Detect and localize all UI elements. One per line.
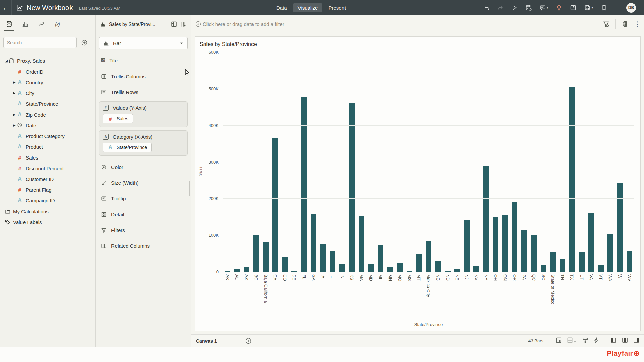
bar-nc[interactable]: [435, 261, 441, 272]
drop-target-values-y-axis[interactable]: #Values (Y-Axis)#Sales: [99, 101, 188, 127]
data-panel-tab[interactable]: [3, 18, 15, 31]
panel-right-toggle[interactable]: [633, 337, 639, 345]
bar-az[interactable]: [244, 267, 249, 272]
bar-chart-visualization[interactable]: Sales by State/Province Sales 600K500K40…: [195, 36, 641, 331]
calculations-panel-tab[interactable]: (x): [52, 18, 63, 31]
expand-caret-icon[interactable]: ▶: [12, 113, 17, 116]
bar-va[interactable]: [588, 213, 594, 272]
search-input[interactable]: [3, 37, 77, 48]
sliders-icon[interactable]: [180, 21, 186, 27]
grammar-row-color[interactable]: Color: [96, 159, 191, 175]
bar-mn[interactable]: [387, 267, 393, 272]
grammar-row-trellis-rows[interactable]: Trellis Rows: [96, 84, 191, 100]
tab-visualize[interactable]: Visualize: [293, 3, 322, 12]
bar-mt[interactable]: [416, 254, 422, 272]
back-arrow-icon[interactable]: ←: [0, 4, 11, 12]
bar-il[interactable]: [330, 251, 335, 272]
grammar-row-detail[interactable]: Detail: [96, 207, 191, 222]
field-customer-id[interactable]: ACustomer ID: [0, 174, 95, 184]
bar-wv[interactable]: [627, 251, 632, 272]
bar-mo[interactable]: [397, 263, 403, 272]
analytics-panel-tab[interactable]: [36, 18, 47, 31]
bar-wa[interactable]: [607, 234, 613, 272]
bar-on[interactable]: [502, 215, 508, 272]
layout-sheet-button[interactable]: [556, 337, 562, 345]
bar-qc[interactable]: [531, 235, 537, 272]
bar-ma[interactable]: [359, 216, 364, 272]
bar-fl[interactable]: [301, 97, 307, 272]
tab-data[interactable]: Data: [272, 3, 291, 12]
brush-button[interactable]: [582, 337, 588, 345]
traffic-light-icon[interactable]: [622, 21, 628, 27]
preview-button[interactable]: [511, 5, 517, 11]
field-orderid[interactable]: #OrderID: [0, 66, 95, 77]
grammar-row-tile[interactable]: 50Tile: [96, 53, 191, 69]
bar-bc[interactable]: [253, 235, 259, 272]
expand-caret-icon[interactable]: ▶: [12, 91, 17, 95]
grammar-row-related-columns[interactable]: Related Columns: [96, 238, 191, 254]
grammar-row-tooltip[interactable]: Tooltip: [96, 191, 191, 207]
value-labels[interactable]: Value Labels: [0, 217, 95, 227]
field-country[interactable]: ▶ACountry: [0, 77, 95, 88]
dataset-proxy-sales[interactable]: ◢Proxy, Sales: [0, 55, 95, 66]
add-filter-hint[interactable]: Click here or drag data to add a filter: [195, 21, 603, 27]
field-date[interactable]: ▶Date: [0, 120, 95, 131]
bar-wi[interactable]: [617, 183, 623, 272]
kebab-menu-icon[interactable]: ⋮: [634, 20, 640, 28]
bar-mi[interactable]: [378, 245, 383, 272]
comment-button[interactable]: ▾: [540, 5, 548, 11]
bar-tx[interactable]: [569, 87, 575, 272]
data-refresh-button[interactable]: [525, 5, 532, 11]
bar-mexico-city[interactable]: [426, 241, 431, 272]
filter-funnel-icon[interactable]: [603, 21, 609, 27]
grammar-scrollbar[interactable]: [189, 181, 190, 196]
grammar-row-size-width[interactable]: Size (Width): [96, 175, 191, 191]
bar-in[interactable]: [339, 264, 345, 272]
field-city[interactable]: ▶ACity: [0, 88, 95, 98]
field-product[interactable]: AProduct: [0, 141, 95, 152]
expand-caret-icon[interactable]: ▶: [12, 124, 17, 127]
pill-sales[interactable]: #Sales: [103, 114, 133, 123]
bar-state-of-mexico[interactable]: [550, 252, 556, 272]
field-zip-code[interactable]: ▶AZip Code: [0, 109, 95, 120]
bookmark-button[interactable]: [601, 5, 607, 11]
grid-button[interactable]: [567, 337, 577, 345]
grammar-row-trellis-columns[interactable]: Trellis Columns: [96, 69, 191, 84]
bar-tn[interactable]: [560, 259, 565, 272]
drop-target-category-x-axis[interactable]: ACategory (X-Axis)AState/Province: [99, 130, 188, 156]
bar-md[interactable]: [368, 264, 374, 272]
panel-center-toggle[interactable]: [622, 337, 628, 345]
my-calculations[interactable]: My Calculations: [0, 206, 95, 217]
tab-present[interactable]: Present: [324, 3, 350, 12]
bar-ca[interactable]: [272, 138, 278, 272]
expand-caret-icon[interactable]: ◢: [4, 59, 9, 63]
field-product-category[interactable]: AProduct Category: [0, 131, 95, 141]
bar-ny[interactable]: [483, 166, 489, 272]
bar-or[interactable]: [512, 202, 517, 272]
bar-co[interactable]: [282, 257, 288, 272]
save-button[interactable]: ▾: [584, 5, 593, 11]
pill-state-province[interactable]: AState/Province: [103, 143, 152, 152]
canvas-tab[interactable]: Canvas 1: [196, 338, 217, 344]
avatar[interactable]: DB: [626, 3, 636, 13]
redo-button[interactable]: [498, 5, 503, 11]
field-campaign-id[interactable]: ACampaign ID: [0, 195, 95, 206]
expand-caret-icon[interactable]: ▶: [12, 81, 17, 84]
bar-ut[interactable]: [579, 252, 585, 272]
bar-nj[interactable]: [464, 220, 470, 272]
bar-sc[interactable]: [541, 265, 546, 272]
viz-type-select[interactable]: Bar: [99, 37, 188, 49]
panel-left-toggle[interactable]: [610, 337, 616, 345]
bar-pa[interactable]: [521, 230, 527, 272]
bar-ks[interactable]: [349, 103, 355, 272]
lightning-button[interactable]: [593, 337, 599, 345]
open-window-button[interactable]: [570, 5, 576, 11]
field-discount-percent[interactable]: #Discount Percent: [0, 163, 95, 174]
field-sales[interactable]: #Sales: [0, 152, 95, 163]
bar-nv[interactable]: [473, 266, 479, 272]
bar-ga[interactable]: [311, 214, 316, 272]
field-parent-flag[interactable]: #Parent Flag: [0, 184, 95, 195]
add-canvas-icon[interactable]: [245, 338, 251, 344]
undo-button[interactable]: [484, 5, 490, 11]
insights-bulb-button[interactable]: [556, 5, 562, 11]
